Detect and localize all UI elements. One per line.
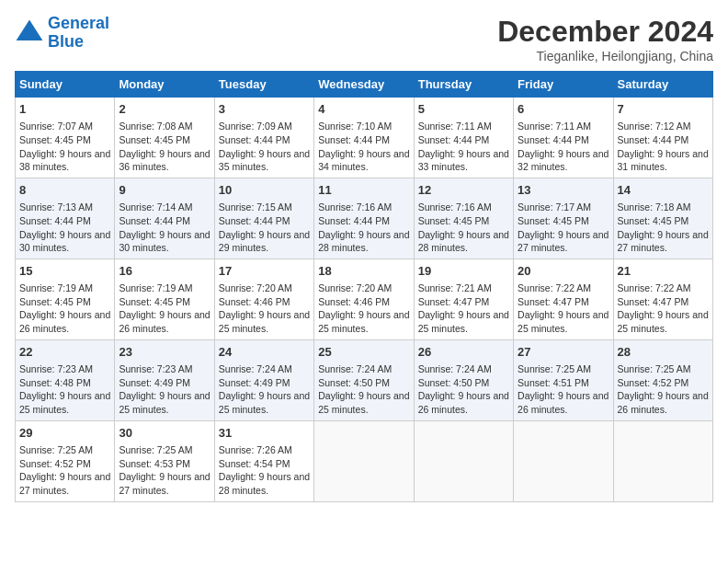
day-number: 6 <box>518 101 609 118</box>
sunset-label: Sunset: 4:44 PM <box>618 134 689 145</box>
day-number: 30 <box>119 425 210 442</box>
sunset-label: Sunset: 4:44 PM <box>219 134 290 145</box>
table-row: 28 Sunrise: 7:25 AM Sunset: 4:52 PM Dayl… <box>613 339 712 420</box>
sunrise-label: Sunrise: 7:20 AM <box>318 282 392 293</box>
daylight-label: Daylight: 9 hours and 28 minutes. <box>318 229 409 254</box>
header-row: Sunday Monday Tuesday Wednesday Thursday… <box>16 72 713 98</box>
table-row: 7 Sunrise: 7:12 AM Sunset: 4:44 PM Dayli… <box>613 98 712 178</box>
day-number: 4 <box>318 101 409 118</box>
sunset-label: Sunset: 4:47 PM <box>518 296 589 307</box>
daylight-label: Daylight: 9 hours and 25 minutes. <box>318 309 409 334</box>
table-row: 5 Sunrise: 7:11 AM Sunset: 4:44 PM Dayli… <box>414 98 513 178</box>
sunrise-label: Sunrise: 7:08 AM <box>119 121 192 132</box>
table-row: 8 Sunrise: 7:13 AM Sunset: 4:44 PM Dayli… <box>16 178 115 259</box>
day-number: 16 <box>119 263 210 280</box>
table-row: 1 Sunrise: 7:07 AM Sunset: 4:45 PM Dayli… <box>16 98 115 178</box>
table-row: 30 Sunrise: 7:25 AM Sunset: 4:53 PM Dayl… <box>115 420 214 501</box>
table-row: 3 Sunrise: 7:09 AM Sunset: 4:44 PM Dayli… <box>214 98 313 178</box>
table-row: 4 Sunrise: 7:10 AM Sunset: 4:44 PM Dayli… <box>314 98 414 178</box>
daylight-label: Daylight: 9 hours and 27 minutes. <box>518 229 609 254</box>
sunrise-label: Sunrise: 7:07 AM <box>19 121 93 132</box>
sunrise-label: Sunrise: 7:16 AM <box>318 201 392 213</box>
sunrise-label: Sunrise: 7:26 AM <box>219 444 292 455</box>
sunset-label: Sunset: 4:46 PM <box>318 296 390 307</box>
col-thursday: Thursday <box>414 72 513 98</box>
calendar-header: Sunday Monday Tuesday Wednesday Thursday… <box>16 72 713 98</box>
table-row: 9 Sunrise: 7:14 AM Sunset: 4:44 PM Dayli… <box>115 178 214 259</box>
table-row: 6 Sunrise: 7:11 AM Sunset: 4:44 PM Dayli… <box>514 98 613 178</box>
sunset-label: Sunset: 4:49 PM <box>219 377 290 388</box>
logo: General Blue <box>15 15 109 52</box>
daylight-label: Daylight: 9 hours and 31 minutes. <box>618 148 709 173</box>
logo-text: General Blue <box>48 15 109 52</box>
calendar-table: Sunday Monday Tuesday Wednesday Thursday… <box>15 71 713 502</box>
daylight-label: Daylight: 9 hours and 26 minutes. <box>19 309 110 334</box>
table-row: 15 Sunrise: 7:19 AM Sunset: 4:45 PM Dayl… <box>16 259 115 339</box>
sunrise-label: Sunrise: 7:25 AM <box>19 444 93 455</box>
day-number: 11 <box>318 182 409 199</box>
sunset-label: Sunset: 4:45 PM <box>19 134 91 145</box>
location: Tieganlike, Heilongjiang, China <box>497 49 713 63</box>
table-row: 19 Sunrise: 7:21 AM Sunset: 4:47 PM Dayl… <box>414 259 513 339</box>
day-number: 10 <box>219 182 310 199</box>
day-number: 20 <box>518 263 609 280</box>
table-row: 27 Sunrise: 7:25 AM Sunset: 4:51 PM Dayl… <box>514 339 613 420</box>
sunrise-label: Sunrise: 7:14 AM <box>119 201 192 213</box>
empty-cell <box>613 420 712 501</box>
sunrise-label: Sunrise: 7:11 AM <box>418 121 492 132</box>
daylight-label: Daylight: 9 hours and 32 minutes. <box>518 148 609 173</box>
daylight-label: Daylight: 9 hours and 25 minutes. <box>518 309 609 334</box>
sunset-label: Sunset: 4:44 PM <box>518 134 589 145</box>
day-number: 1 <box>19 101 110 118</box>
daylight-label: Daylight: 9 hours and 25 minutes. <box>618 309 709 334</box>
sunset-label: Sunset: 4:50 PM <box>318 377 390 388</box>
daylight-label: Daylight: 9 hours and 30 minutes. <box>19 229 110 254</box>
daylight-label: Daylight: 9 hours and 25 minutes. <box>219 390 310 415</box>
day-number: 15 <box>19 263 110 280</box>
daylight-label: Daylight: 9 hours and 26 minutes. <box>119 309 210 334</box>
col-tuesday: Tuesday <box>214 72 313 98</box>
day-number: 28 <box>618 344 709 361</box>
sunset-label: Sunset: 4:48 PM <box>19 377 91 388</box>
empty-cell <box>414 420 513 501</box>
sunset-label: Sunset: 4:45 PM <box>119 134 190 145</box>
sunrise-label: Sunrise: 7:23 AM <box>119 363 192 374</box>
page-header: General Blue December 2024 Tieganlike, H… <box>15 15 713 63</box>
daylight-label: Daylight: 9 hours and 30 minutes. <box>119 229 210 254</box>
day-number: 19 <box>418 263 509 280</box>
sunrise-label: Sunrise: 7:22 AM <box>618 282 691 293</box>
sunrise-label: Sunrise: 7:15 AM <box>219 201 292 213</box>
day-number: 23 <box>119 344 210 361</box>
sunset-label: Sunset: 4:47 PM <box>418 296 490 307</box>
day-number: 27 <box>518 344 609 361</box>
sunset-label: Sunset: 4:44 PM <box>318 134 390 145</box>
svg-marker-0 <box>17 19 43 40</box>
daylight-label: Daylight: 9 hours and 25 minutes. <box>219 309 310 334</box>
daylight-label: Daylight: 9 hours and 25 minutes. <box>119 390 210 415</box>
day-number: 9 <box>119 182 210 199</box>
table-row: 13 Sunrise: 7:17 AM Sunset: 4:45 PM Dayl… <box>514 178 613 259</box>
sunset-label: Sunset: 4:45 PM <box>618 215 689 226</box>
col-sunday: Sunday <box>16 72 115 98</box>
sunrise-label: Sunrise: 7:10 AM <box>318 121 392 132</box>
day-number: 29 <box>19 425 110 442</box>
daylight-label: Daylight: 9 hours and 26 minutes. <box>518 390 609 415</box>
sunset-label: Sunset: 4:52 PM <box>618 377 689 388</box>
table-row: 23 Sunrise: 7:23 AM Sunset: 4:49 PM Dayl… <box>115 339 214 420</box>
day-number: 17 <box>219 263 310 280</box>
sunset-label: Sunset: 4:51 PM <box>518 377 589 388</box>
day-number: 13 <box>518 182 609 199</box>
daylight-label: Daylight: 9 hours and 26 minutes. <box>618 390 709 415</box>
daylight-label: Daylight: 9 hours and 26 minutes. <box>418 390 509 415</box>
day-number: 3 <box>219 101 310 118</box>
sunrise-label: Sunrise: 7:17 AM <box>518 201 591 213</box>
daylight-label: Daylight: 9 hours and 27 minutes. <box>119 471 210 496</box>
sunset-label: Sunset: 4:44 PM <box>318 215 390 226</box>
col-saturday: Saturday <box>613 72 712 98</box>
sunrise-label: Sunrise: 7:21 AM <box>418 282 492 293</box>
daylight-label: Daylight: 9 hours and 25 minutes. <box>418 309 509 334</box>
day-number: 24 <box>219 344 310 361</box>
col-wednesday: Wednesday <box>314 72 414 98</box>
table-row: 17 Sunrise: 7:20 AM Sunset: 4:46 PM Dayl… <box>214 259 313 339</box>
daylight-label: Daylight: 9 hours and 35 minutes. <box>219 148 310 173</box>
